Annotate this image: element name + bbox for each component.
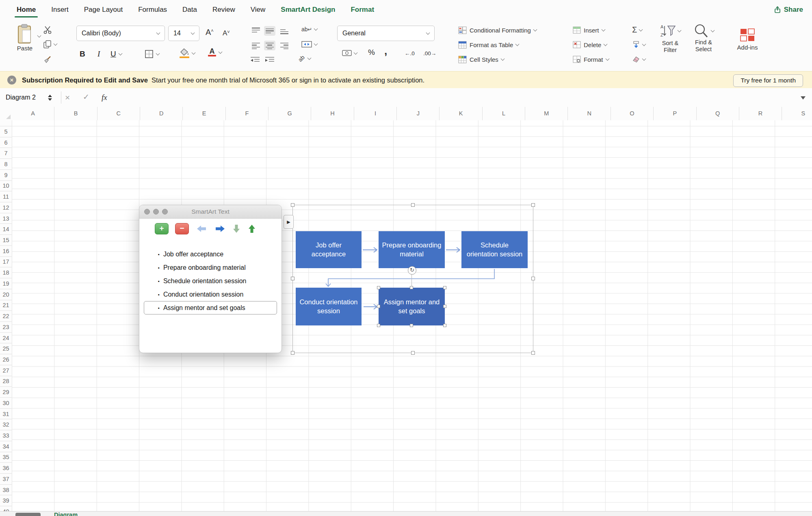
shape-handle-ne[interactable]	[443, 286, 446, 289]
cut-button[interactable]	[43, 25, 52, 34]
row-header[interactable]: 8	[0, 159, 12, 170]
row-header[interactable]: 35	[0, 452, 12, 463]
underline-button[interactable]: U	[110, 50, 122, 59]
orientation-dropdown-icon[interactable]	[307, 56, 311, 60]
row-header[interactable]: 21	[0, 300, 12, 311]
column-header[interactable]: D	[140, 107, 183, 120]
window-close-icon[interactable]	[144, 209, 150, 215]
tab-review[interactable]: Review	[205, 0, 243, 20]
align-bottom-button[interactable]	[279, 26, 290, 36]
accounting-dropdown-icon[interactable]	[354, 50, 358, 54]
align-left-button[interactable]	[250, 41, 262, 50]
fill-button[interactable]	[632, 41, 645, 49]
conditional-formatting-button[interactable]: Conditional Formatting	[458, 25, 537, 35]
smartart-selection-frame[interactable]	[292, 205, 533, 353]
bold-button[interactable]: B	[80, 50, 85, 59]
shape-handle-sw[interactable]	[377, 324, 380, 327]
text-orientation-button[interactable]: ab	[298, 55, 311, 62]
smartart-shape-job-offer[interactable]: Job offer acceptance	[296, 231, 362, 268]
column-header[interactable]: N	[568, 107, 611, 120]
fill-color-dropdown-icon[interactable]	[192, 50, 196, 54]
column-header[interactable]: Q	[697, 107, 739, 120]
smartart-list-item[interactable]: ▪ Schedule orientation session	[144, 274, 277, 288]
window-zoom-icon[interactable]	[162, 209, 168, 215]
row-header[interactable]: 28	[0, 376, 12, 387]
tab-data[interactable]: Data	[175, 0, 205, 20]
row-header[interactable]: 13	[0, 213, 12, 224]
row-header[interactable]: 5	[0, 126, 12, 137]
insert-function-button[interactable]: fx	[102, 88, 107, 107]
name-box-stepper[interactable]	[47, 93, 53, 102]
increase-indent-button[interactable]	[265, 56, 275, 63]
increase-decimal-button[interactable]: ←.0	[405, 50, 415, 56]
row-header[interactable]: 40	[0, 506, 12, 511]
align-center-button[interactable]	[264, 41, 275, 50]
row-header[interactable]: 26	[0, 354, 12, 365]
column-header[interactable]: P	[654, 107, 696, 120]
smartart-list-item[interactable]: ▪ Conduct orientation session	[144, 288, 277, 301]
tab-page-layout[interactable]: Page Layout	[76, 0, 130, 20]
row-header[interactable]: 7	[0, 148, 12, 159]
row-header[interactable]: 11	[0, 191, 12, 202]
decrease-indent-button[interactable]	[250, 56, 260, 63]
column-header[interactable]: L	[483, 107, 525, 120]
row-header[interactable]: 12	[0, 202, 12, 213]
smartart-shape-conduct-session[interactable]: Conduct orientation session	[296, 288, 362, 325]
insert-cells-button[interactable]: Insert	[573, 25, 605, 35]
active-sheet-tab[interactable]: Diagram	[52, 512, 80, 516]
wrap-text-button[interactable]: ab↵	[301, 26, 317, 33]
tab-formulas[interactable]: Formulas	[130, 0, 175, 20]
text-pane-toggle-button[interactable]: ▶	[284, 215, 294, 229]
column-header[interactable]: C	[97, 107, 140, 120]
remove-bullet-button[interactable]: −	[175, 223, 189, 234]
smartart-list-item[interactable]: ▪ Job offer acceptance	[144, 247, 277, 261]
partial-row-header[interactable]	[0, 120, 12, 126]
paste-button[interactable]: Paste	[9, 24, 41, 52]
row-header[interactable]: 19	[0, 278, 12, 289]
autosum-dropdown-icon[interactable]	[639, 27, 643, 31]
smartart-list-item[interactable]: ▪ Prepare onboarding material	[144, 261, 277, 274]
row-header[interactable]: 36	[0, 463, 12, 474]
formula-input[interactable]	[122, 91, 796, 104]
row-header[interactable]: 29	[0, 387, 12, 398]
column-header[interactable]: G	[269, 107, 311, 120]
clear-button[interactable]	[632, 55, 645, 63]
find-select-button[interactable]: Find & Select	[688, 23, 719, 53]
column-header[interactable]: K	[440, 107, 482, 120]
smartart-shape-assign-mentor[interactable]: Assign mentor and set goals	[379, 288, 445, 325]
column-header[interactable]: R	[739, 107, 782, 120]
confirm-entry-icon[interactable]: ✓	[83, 88, 89, 107]
shape-handle-nw[interactable]	[377, 286, 380, 289]
align-right-button[interactable]	[279, 41, 290, 50]
shape-handle-n[interactable]	[410, 286, 413, 289]
tab-home[interactable]: Home	[9, 0, 43, 20]
share-button[interactable]: Share	[774, 0, 803, 20]
row-header[interactable]: 39	[0, 495, 12, 506]
row-header[interactable]: 31	[0, 409, 12, 420]
tab-view[interactable]: View	[243, 0, 273, 20]
copy-button[interactable]	[43, 40, 57, 49]
decrease-font-size-button[interactable]: A˅	[223, 29, 230, 37]
demote-button[interactable]	[215, 225, 225, 232]
column-header[interactable]: E	[183, 107, 225, 120]
underline-dropdown-icon[interactable]	[118, 52, 122, 56]
font-size-combo[interactable]: 14	[168, 26, 199, 41]
formula-bar-expand-icon[interactable]	[801, 96, 806, 100]
column-header[interactable]: A	[12, 107, 54, 120]
accounting-format-button[interactable]	[342, 50, 357, 56]
delete-cells-button[interactable]: Delete	[573, 39, 607, 50]
cancel-entry-icon[interactable]: ×	[65, 88, 70, 107]
name-box[interactable]: Diagram 2	[6, 88, 36, 107]
italic-button[interactable]: I	[97, 50, 100, 59]
row-header[interactable]: 23	[0, 322, 12, 333]
addins-button[interactable]: Add-ins	[732, 28, 763, 51]
sort-filter-dropdown-icon[interactable]	[678, 28, 682, 33]
fill-color-button[interactable]	[180, 48, 195, 58]
copy-dropdown-icon[interactable]	[54, 42, 58, 46]
borders-button[interactable]	[145, 50, 159, 59]
clear-dropdown-icon[interactable]	[642, 57, 646, 61]
cell-styles-button[interactable]: Cell Styles	[458, 54, 504, 65]
number-format-combo[interactable]: General	[337, 26, 435, 41]
merge-center-button[interactable]	[301, 41, 317, 48]
smartart-list-item[interactable]: ▪ Assign mentor and set goals	[144, 301, 277, 314]
